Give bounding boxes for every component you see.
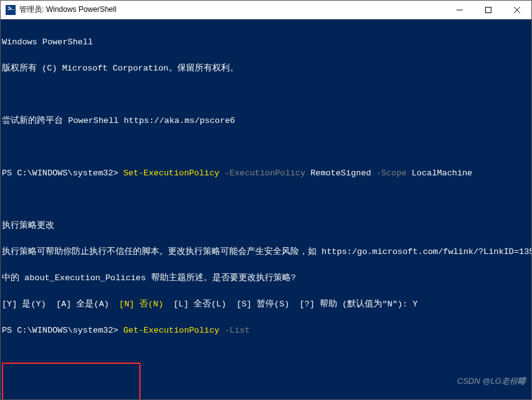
param-value: RemoteSigned: [310, 168, 371, 178]
choice-options: [Y] 是(Y) [A] 全是(A): [2, 300, 119, 309]
blank-line: [2, 143, 530, 152]
cmdlet: Set-ExecutionPolicy: [123, 168, 219, 178]
choice-prompt: [Y] 是(Y) [A] 全是(A) [N] 否(N) [L] 全否(L) [S…: [2, 300, 530, 309]
close-button[interactable]: [503, 1, 531, 19]
blank-line: [2, 90, 530, 99]
svg-rect-1: [486, 7, 491, 12]
watermark-logo-icon: 啡: [518, 377, 525, 386]
blank-line: [2, 195, 530, 204]
param-flag: -Scope: [371, 168, 411, 178]
command-line-2: PS C:\WINDOWS\system32> Get-ExecutionPol…: [2, 326, 530, 335]
choice-options: [L] 全否(L) [S] 暂停(S) [?] 帮助 (默认值为"N"):: [164, 300, 413, 309]
copyright-line: 版权所有 (C) Microsoft Corporation。保留所有权利。: [2, 64, 530, 73]
cmdlet: Get-ExecutionPolicy: [123, 326, 219, 335]
powershell-icon: [6, 5, 16, 15]
command-line-1: PS C:\WINDOWS\system32> Set-ExecutionPol…: [2, 169, 530, 178]
prompt: PS C:\WINDOWS\system32>: [2, 168, 123, 178]
choice-default: [N] 否(N): [119, 300, 164, 309]
policy-change-body: 中的 about_Execution_Policies 帮助主题所述。是否要更改…: [2, 274, 530, 283]
param-flag: -List: [219, 326, 250, 335]
window-controls: [445, 1, 531, 19]
param-value: LocalMachine: [411, 168, 472, 178]
blank-line: [4, 383, 138, 391]
result-highlight-box: Scope ExecutionPolicy MachinePolicy Unde…: [2, 363, 140, 399]
maximize-button[interactable]: [474, 1, 503, 19]
powershell-window: 管理员: Windows PowerShell Windows PowerShe…: [0, 0, 532, 400]
titlebar[interactable]: 管理员: Windows PowerShell: [1, 1, 531, 19]
policy-change-body: 执行策略可帮助你防止执行不信任的脚本。更改执行策略可能会产生安全风险，如 htt…: [2, 248, 530, 256]
try-new-line: 尝试新的跨平台 PowerShell https://aka.ms/pscore…: [2, 117, 530, 125]
watermark: CSDN @LG老根啡: [443, 368, 525, 394]
param-flag: -ExecutionPolicy: [219, 168, 310, 178]
minimize-button[interactable]: [445, 1, 474, 19]
header-line: Windows PowerShell: [2, 38, 530, 47]
policy-change-title: 执行策略更改: [2, 222, 530, 230]
user-answer: Y: [413, 300, 418, 309]
prompt: PS C:\WINDOWS\system32>: [2, 326, 123, 335]
terminal-area[interactable]: Windows PowerShell 版权所有 (C) Microsoft Co…: [1, 19, 531, 399]
window-title: 管理员: Windows PowerShell: [19, 4, 445, 15]
